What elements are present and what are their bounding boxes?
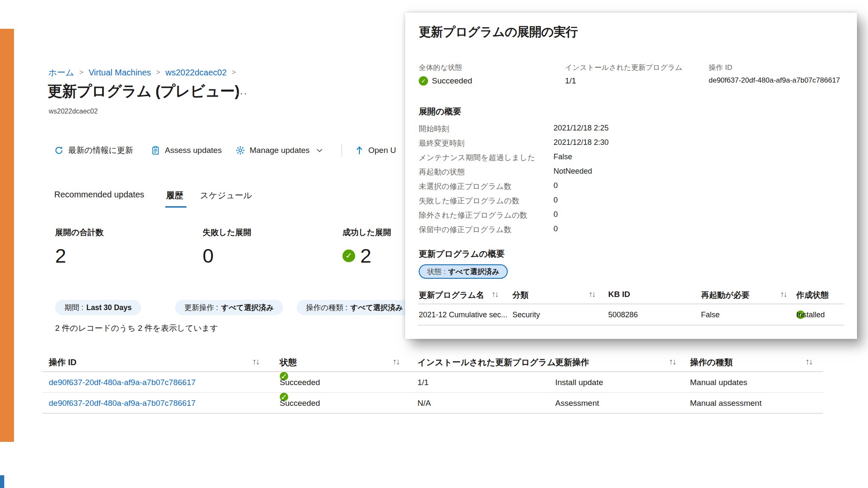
manage-updates-label: Manage updates <box>250 146 310 155</box>
filter-label: 操作の種類 : <box>306 302 348 313</box>
table-row: de90f637-20df-480a-af9a-a7b07c786617 ✓ S… <box>42 393 823 413</box>
active-tab-underline <box>165 206 186 208</box>
assess-updates-button[interactable]: Assess updates <box>151 143 222 158</box>
chevron-right-icon: > <box>79 68 83 77</box>
more-actions-icon[interactable]: ··· <box>236 87 248 100</box>
operation-id-link[interactable]: de90f637-20df-480a-af9a-a7b07c786617 <box>49 372 196 393</box>
filter-value: すべて選択済み <box>221 302 274 313</box>
summary-label: 全体的な状態 <box>419 63 472 72</box>
column-header-operation-type[interactable]: 操作の種類 <box>690 357 732 368</box>
stat-label: 失敗した展開 <box>203 227 342 238</box>
breadcrumb-home[interactable]: ホーム <box>48 67 74 78</box>
stat-value: 0 <box>203 244 342 267</box>
status-text: Succeeded <box>280 393 320 413</box>
gear-icon <box>236 146 245 155</box>
detail-row-start-time: 開始時刻2021/12/18 2:25 <box>419 124 715 138</box>
table-row: de90f637-20df-480a-af9a-a7b07c786617 ✓ S… <box>42 372 823 393</box>
filter-label: 期間 : <box>64 302 83 313</box>
filter-value: すべて選択済み <box>448 267 499 277</box>
breadcrumb: ホーム > Virtual Machines > ws2022dcaec02 > <box>48 67 236 78</box>
detail-row-maintenance-window-exceeded: メンテナンス期間を超過しましたFalse <box>419 152 715 167</box>
operation-type-cell: Manual assessment <box>690 393 762 413</box>
kb-id-cell: 5008286 <box>608 304 638 325</box>
detail-row-pending-patches: 保留中の修正プログラム数0 <box>419 225 715 239</box>
refresh-label: 最新の情報に更新 <box>68 145 133 156</box>
column-header-creation-status[interactable]: 作成状態 <box>796 290 829 301</box>
detail-row-failed-patches: 失敗した修正プログラムの数0 <box>419 196 715 210</box>
sort-icon: ↑↓ <box>780 290 787 299</box>
clipboard-icon <box>151 146 160 155</box>
refresh-button[interactable]: 最新の情報に更新 <box>54 143 133 158</box>
column-header-installed-updates[interactable]: インストールされた更新プログラム <box>417 357 556 368</box>
detail-row-last-modified: 最終変更時刻2021/12/18 2:30 <box>419 138 715 152</box>
sort-icon: ↑↓ <box>805 357 812 366</box>
column-header-reboot-required[interactable]: 再起動が必要 <box>701 290 749 301</box>
tab-history[interactable]: 履歴 <box>166 190 183 201</box>
filter-pill-update-operation[interactable]: 更新操作 : すべて選択済み <box>175 300 283 315</box>
summary-value: ✓ Succeeded <box>419 76 472 86</box>
filter-pill-operation-type[interactable]: 操作の種類 : すべて選択済み <box>297 300 412 315</box>
update-run-detail-panel: 更新プログラムの展開の実行 全体的な状態 ✓ Succeeded インストールさ… <box>405 13 857 339</box>
breadcrumb-virtual-machines[interactable]: Virtual Machines <box>89 68 151 78</box>
panel-title: 更新プログラムの展開の実行 <box>419 24 578 41</box>
reboot-required-cell: False <box>701 304 720 325</box>
installed-updates-cell: N/A <box>417 393 431 413</box>
open-updates-button[interactable]: Open U <box>355 143 396 158</box>
assess-updates-label: Assess updates <box>165 146 222 155</box>
sort-icon: ↑↓ <box>589 290 595 299</box>
summary-value: 1/1 <box>565 76 682 86</box>
manage-updates-button[interactable]: Manage updates <box>236 143 323 158</box>
table-row: 2021-12 Cumulative sec... Security 50082… <box>418 304 844 325</box>
sort-icon: ↑↓ <box>492 290 498 299</box>
panel-table-header: 更新プログラム名 ↑↓ 分類 ↑↓ KB ID 再起動が必要 ↑↓ 作成状態 <box>418 286 844 304</box>
operation-type-cell: Manual updates <box>690 372 747 393</box>
operation-id-link[interactable]: de90f637-20df-480a-af9a-a7b07c786617 <box>49 393 196 413</box>
chevron-right-icon: > <box>156 68 160 77</box>
sort-icon: ↑↓ <box>669 357 676 366</box>
refresh-icon <box>54 146 64 155</box>
column-header-classification[interactable]: 分類 <box>512 290 529 301</box>
stat-label: 展開の合計数 <box>55 227 195 238</box>
history-table-header: 操作 ID ↑↓ 状態 ↑↓ インストールされた更新プログラム 更新操作 ↑↓ … <box>42 352 823 372</box>
page-title: 更新プログラム (プレビュー) <box>47 81 239 101</box>
chevron-down-icon <box>316 148 323 152</box>
summary-label: インストールされた更新プログラム <box>565 63 682 72</box>
tab-schedule[interactable]: スケジュール <box>200 190 252 201</box>
success-check-icon: ✓ <box>342 250 355 262</box>
stat-value: 2 <box>55 244 195 267</box>
filter-value: Last 30 Days <box>86 303 132 312</box>
update-name-cell: 2021-12 Cumulative sec... <box>419 304 507 325</box>
column-header-update-name[interactable]: 更新プログラム名 <box>419 290 484 301</box>
updates-summary-heading: 更新プログラムの概要 <box>419 248 505 260</box>
success-check-icon: ✓ <box>419 76 428 86</box>
status-filter-pill[interactable]: 状態 : すべて選択済み <box>419 264 508 279</box>
filter-value: すべて選択済み <box>351 302 403 313</box>
installed-updates-cell: 1/1 <box>417 372 428 393</box>
sort-icon: ↑↓ <box>252 357 259 366</box>
column-header-update-operation[interactable]: 更新操作 <box>555 357 589 368</box>
detail-row-reboot-status: 再起動の状態NotNeeded <box>419 167 715 181</box>
update-operation-cell: Assessment <box>555 393 599 413</box>
bottom-left-accent <box>0 475 4 488</box>
update-operation-cell: Install update <box>555 372 603 393</box>
stat-total-deployments: 展開の合計数 2 <box>55 227 195 267</box>
detail-row-excluded-patches: 除外された修正プログラムの数0 <box>419 210 715 225</box>
record-count: 2 件のレコードのうち 2 件を表示しています <box>55 323 218 334</box>
tab-recommended-updates[interactable]: Recommended updates <box>54 190 144 200</box>
panel-updates-table: 更新プログラム名 ↑↓ 分類 ↑↓ KB ID 再起動が必要 ↑↓ 作成状態 2… <box>418 286 844 325</box>
column-header-kb-id[interactable]: KB ID <box>608 290 630 299</box>
open-updates-label: Open U <box>368 146 396 155</box>
left-accent-bar <box>0 29 14 442</box>
column-header-operation-id[interactable]: 操作 ID <box>49 357 77 368</box>
summary-value: de90f637-20df-480a-af9a-a7b07c786617 <box>709 76 840 85</box>
azure-portal-page: ホーム > Virtual Machines > ws2022dcaec02 >… <box>0 0 868 488</box>
chevron-right-icon: > <box>232 68 236 77</box>
history-table: 操作 ID ↑↓ 状態 ↑↓ インストールされた更新プログラム 更新操作 ↑↓ … <box>42 352 823 413</box>
page-subtitle: ws2022dcaec02 <box>49 108 98 115</box>
stat-failed-deployments: 失敗した展開 0 <box>203 227 342 267</box>
toolbar-divider <box>342 144 342 157</box>
deployment-summary-heading: 展開の概要 <box>419 106 461 117</box>
breadcrumb-vm-name[interactable]: ws2022dcaec02 <box>165 68 227 78</box>
panel-summary-overall-status: 全体的な状態 ✓ Succeeded <box>419 63 472 86</box>
filter-pill-period[interactable]: 期間 : Last 30 Days <box>55 300 141 315</box>
